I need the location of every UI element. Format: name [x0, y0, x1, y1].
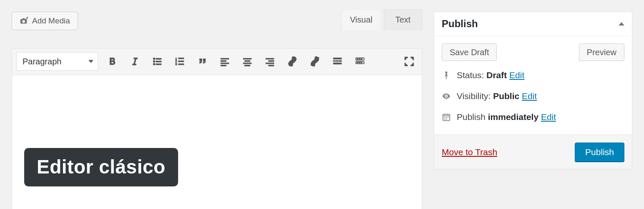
svg-point-2: [153, 58, 155, 59]
svg-rect-31: [339, 61, 342, 61]
tab-visual-label: Visual: [350, 15, 372, 25]
svg-rect-23: [269, 61, 274, 61]
svg-rect-30: [336, 61, 338, 61]
svg-rect-9: [179, 58, 184, 59]
camera-music-icon: [20, 16, 29, 25]
save-draft-label: Save Draft: [450, 48, 489, 57]
editor-content-area[interactable]: [12, 75, 422, 209]
bold-button[interactable]: [104, 53, 121, 70]
tab-text[interactable]: Text: [384, 9, 422, 30]
svg-rect-34: [357, 59, 358, 59]
pin-icon: [442, 71, 451, 80]
format-select[interactable]: Paragraph: [16, 52, 98, 71]
svg-rect-46: [446, 117, 447, 118]
svg-text:3: 3: [175, 62, 177, 66]
svg-rect-25: [269, 65, 274, 66]
svg-rect-40: [361, 62, 362, 63]
preview-button[interactable]: Preview: [579, 43, 624, 61]
align-right-button[interactable]: [262, 53, 278, 70]
svg-rect-15: [221, 61, 226, 61]
overlay-title: Editor clásico: [24, 148, 178, 186]
svg-rect-13: [179, 64, 184, 65]
move-to-trash-link[interactable]: Move to Trash: [442, 147, 497, 157]
svg-rect-11: [179, 61, 184, 62]
visibility-label: Visibility:: [457, 91, 491, 101]
insert-more-button[interactable]: [329, 53, 346, 70]
bullet-list-button[interactable]: [149, 53, 166, 70]
status-value: Draft: [486, 70, 507, 80]
visibility-edit-link[interactable]: Edit: [522, 91, 537, 101]
svg-rect-21: [245, 65, 250, 66]
svg-rect-32: [333, 63, 342, 64]
save-draft-button[interactable]: Save Draft: [442, 43, 497, 61]
publish-title: Publish: [442, 18, 478, 30]
svg-rect-48: [444, 119, 445, 120]
collapse-toggle-icon[interactable]: [619, 22, 624, 25]
svg-rect-27: [333, 58, 342, 59]
svg-rect-22: [266, 58, 274, 59]
overlay-title-text: Editor clásico: [37, 156, 166, 178]
status-row: Status: Draft Edit: [442, 70, 624, 80]
svg-rect-49: [446, 119, 447, 120]
svg-rect-17: [221, 65, 226, 66]
fullscreen-button[interactable]: [401, 53, 418, 70]
svg-rect-29: [333, 61, 335, 61]
svg-point-6: [153, 63, 155, 65]
blockquote-button[interactable]: [194, 53, 211, 70]
svg-rect-16: [221, 63, 229, 64]
numbered-list-button[interactable]: 123: [171, 53, 188, 70]
add-media-button[interactable]: Add Media: [12, 12, 78, 30]
svg-rect-35: [359, 59, 360, 59]
svg-rect-24: [266, 63, 274, 64]
schedule-label: Publish: [457, 112, 486, 122]
tab-text-label: Text: [395, 15, 411, 25]
svg-rect-7: [156, 64, 161, 65]
align-center-button[interactable]: [239, 53, 256, 70]
schedule-edit-link[interactable]: Edit: [541, 112, 556, 122]
svg-rect-36: [361, 59, 362, 59]
svg-rect-39: [359, 62, 360, 63]
svg-rect-3: [156, 58, 161, 59]
svg-rect-20: [243, 63, 252, 64]
svg-rect-1: [27, 17, 28, 19]
align-left-button[interactable]: [216, 53, 233, 70]
status-label: Status:: [457, 70, 484, 80]
publish-button-label: Publish: [585, 147, 614, 157]
svg-rect-5: [156, 61, 161, 62]
unlink-button[interactable]: [307, 53, 323, 70]
visibility-value: Public: [493, 91, 519, 101]
visibility-row: Visibility: Public Edit: [442, 91, 624, 101]
svg-rect-18: [243, 58, 252, 59]
svg-rect-19: [245, 61, 250, 61]
toolbar-toggle-button[interactable]: [352, 53, 368, 70]
insert-link-button[interactable]: [284, 53, 301, 70]
schedule-row: Publish immediately Edit: [442, 112, 624, 122]
calendar-icon: [442, 112, 451, 122]
editor-tabs: Visual Text: [339, 9, 422, 30]
svg-rect-14: [221, 58, 229, 59]
add-media-label: Add Media: [32, 16, 70, 25]
svg-rect-38: [357, 62, 358, 63]
editor-toolbar: Paragraph 123: [12, 49, 422, 75]
eye-icon: [442, 92, 451, 101]
chevron-down-icon: [88, 60, 93, 63]
preview-label: Preview: [587, 48, 616, 57]
tab-visual[interactable]: Visual: [341, 9, 381, 30]
italic-button[interactable]: [126, 53, 143, 70]
status-edit-link[interactable]: Edit: [509, 70, 524, 80]
svg-point-4: [153, 61, 155, 62]
format-select-value: Paragraph: [23, 57, 61, 66]
publish-metabox: Publish Save Draft Preview Status:: [434, 12, 632, 170]
svg-rect-47: [448, 117, 449, 118]
publish-button[interactable]: Publish: [575, 143, 624, 162]
schedule-value: immediately: [488, 112, 538, 122]
svg-rect-45: [444, 117, 445, 118]
